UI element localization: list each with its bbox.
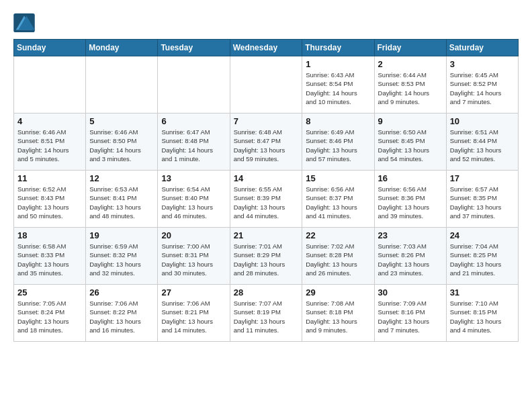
day-info: Sunrise: 6:44 AM Sunset: 8:53 PM Dayligh… — [378, 71, 443, 106]
day-info: Sunrise: 7:06 AM Sunset: 8:21 PM Dayligh… — [161, 299, 226, 334]
day-number: 1 — [306, 59, 370, 69]
day-info: Sunrise: 7:06 AM Sunset: 8:22 PM Dayligh… — [89, 299, 154, 334]
calendar-cell: 28Sunrise: 7:07 AM Sunset: 8:19 PM Dayli… — [230, 285, 302, 342]
day-number: 21 — [234, 230, 299, 240]
day-number: 14 — [234, 173, 299, 183]
day-info: Sunrise: 6:53 AM Sunset: 8:41 PM Dayligh… — [89, 185, 154, 220]
weekday-header-saturday: Saturday — [446, 40, 518, 56]
calendar-body: 1Sunrise: 6:43 AM Sunset: 8:54 PM Daylig… — [14, 56, 519, 342]
calendar-cell: 15Sunrise: 6:56 AM Sunset: 8:37 PM Dayli… — [302, 171, 374, 228]
day-number: 12 — [89, 173, 154, 183]
day-number: 2 — [378, 59, 443, 69]
calendar-cell: 4Sunrise: 6:46 AM Sunset: 8:51 PM Daylig… — [14, 113, 86, 171]
day-number: 20 — [161, 230, 226, 240]
calendar-cell: 23Sunrise: 7:03 AM Sunset: 8:26 PM Dayli… — [374, 228, 446, 285]
day-info: Sunrise: 7:04 AM Sunset: 8:25 PM Dayligh… — [450, 242, 515, 277]
calendar-cell: 27Sunrise: 7:06 AM Sunset: 8:21 PM Dayli… — [158, 285, 230, 342]
calendar-cell: 17Sunrise: 6:57 AM Sunset: 8:35 PM Dayli… — [446, 171, 518, 228]
calendar-cell: 5Sunrise: 6:46 AM Sunset: 8:50 PM Daylig… — [86, 113, 158, 171]
calendar-cell: 18Sunrise: 6:58 AM Sunset: 8:33 PM Dayli… — [14, 228, 86, 285]
day-number: 24 — [450, 230, 515, 240]
calendar-cell: 12Sunrise: 6:53 AM Sunset: 8:41 PM Dayli… — [86, 171, 158, 228]
day-number: 17 — [450, 173, 515, 183]
page: SundayMondayTuesdayWednesdayThursdayFrid… — [0, 0, 532, 349]
day-info: Sunrise: 6:57 AM Sunset: 8:35 PM Dayligh… — [450, 185, 515, 220]
calendar-cell: 6Sunrise: 6:47 AM Sunset: 8:48 PM Daylig… — [158, 113, 230, 171]
day-info: Sunrise: 7:10 AM Sunset: 8:15 PM Dayligh… — [450, 299, 515, 334]
day-number: 10 — [450, 116, 515, 126]
calendar-cell — [86, 56, 158, 113]
calendar-week-5: 25Sunrise: 7:05 AM Sunset: 8:24 PM Dayli… — [14, 285, 519, 342]
calendar-cell: 30Sunrise: 7:09 AM Sunset: 8:16 PM Dayli… — [374, 285, 446, 342]
day-info: Sunrise: 6:55 AM Sunset: 8:39 PM Dayligh… — [234, 185, 299, 220]
day-info: Sunrise: 6:49 AM Sunset: 8:46 PM Dayligh… — [306, 128, 370, 163]
day-info: Sunrise: 6:48 AM Sunset: 8:47 PM Dayligh… — [234, 128, 299, 163]
calendar-cell: 11Sunrise: 6:52 AM Sunset: 8:43 PM Dayli… — [14, 171, 86, 228]
day-info: Sunrise: 6:52 AM Sunset: 8:43 PM Dayligh… — [17, 185, 82, 220]
day-number: 25 — [17, 287, 82, 298]
day-info: Sunrise: 6:46 AM Sunset: 8:50 PM Dayligh… — [89, 128, 154, 163]
calendar-cell: 1Sunrise: 6:43 AM Sunset: 8:54 PM Daylig… — [302, 56, 374, 113]
day-number: 23 — [378, 230, 443, 240]
day-info: Sunrise: 6:50 AM Sunset: 8:45 PM Dayligh… — [378, 128, 443, 163]
day-info: Sunrise: 6:56 AM Sunset: 8:37 PM Dayligh… — [306, 185, 370, 220]
calendar-cell — [158, 56, 230, 113]
day-info: Sunrise: 6:59 AM Sunset: 8:32 PM Dayligh… — [89, 242, 154, 277]
calendar-cell — [230, 56, 302, 113]
weekday-header-wednesday: Wednesday — [230, 40, 302, 56]
day-info: Sunrise: 6:47 AM Sunset: 8:48 PM Dayligh… — [161, 128, 226, 163]
calendar-cell: 16Sunrise: 6:56 AM Sunset: 8:36 PM Dayli… — [374, 171, 446, 228]
day-info: Sunrise: 7:09 AM Sunset: 8:16 PM Dayligh… — [378, 299, 443, 334]
day-number: 13 — [161, 173, 226, 183]
day-number: 5 — [89, 116, 154, 126]
day-info: Sunrise: 6:56 AM Sunset: 8:36 PM Dayligh… — [378, 185, 443, 220]
day-number: 7 — [234, 116, 299, 126]
day-number: 11 — [17, 173, 82, 183]
day-number: 15 — [306, 173, 370, 183]
day-number: 19 — [89, 230, 154, 240]
calendar-cell: 2Sunrise: 6:44 AM Sunset: 8:53 PM Daylig… — [374, 56, 446, 113]
calendar-cell: 19Sunrise: 6:59 AM Sunset: 8:32 PM Dayli… — [86, 228, 158, 285]
calendar-cell: 25Sunrise: 7:05 AM Sunset: 8:24 PM Dayli… — [14, 285, 86, 342]
day-number: 28 — [234, 287, 299, 298]
calendar-cell: 24Sunrise: 7:04 AM Sunset: 8:25 PM Dayli… — [446, 228, 518, 285]
weekday-header-monday: Monday — [86, 40, 158, 56]
day-number: 6 — [161, 116, 226, 126]
day-number: 9 — [378, 116, 443, 126]
calendar-cell: 8Sunrise: 6:49 AM Sunset: 8:46 PM Daylig… — [302, 113, 374, 171]
day-number: 26 — [89, 287, 154, 298]
day-info: Sunrise: 6:51 AM Sunset: 8:44 PM Dayligh… — [450, 128, 515, 163]
header — [13, 13, 519, 32]
calendar-cell: 10Sunrise: 6:51 AM Sunset: 8:44 PM Dayli… — [446, 113, 518, 171]
calendar-cell: 20Sunrise: 7:00 AM Sunset: 8:31 PM Dayli… — [158, 228, 230, 285]
day-info: Sunrise: 7:03 AM Sunset: 8:26 PM Dayligh… — [378, 242, 443, 277]
day-info: Sunrise: 6:46 AM Sunset: 8:51 PM Dayligh… — [17, 128, 82, 163]
calendar-header: SundayMondayTuesdayWednesdayThursdayFrid… — [14, 40, 519, 56]
day-number: 8 — [306, 116, 370, 126]
calendar-cell: 22Sunrise: 7:02 AM Sunset: 8:28 PM Dayli… — [302, 228, 374, 285]
weekday-header-friday: Friday — [374, 40, 446, 56]
day-number: 4 — [17, 116, 82, 126]
calendar-cell: 13Sunrise: 6:54 AM Sunset: 8:40 PM Dayli… — [158, 171, 230, 228]
weekday-header-thursday: Thursday — [302, 40, 374, 56]
weekday-header-tuesday: Tuesday — [158, 40, 230, 56]
day-number: 30 — [378, 287, 443, 298]
day-number: 18 — [17, 230, 82, 240]
calendar-cell: 29Sunrise: 7:08 AM Sunset: 8:18 PM Dayli… — [302, 285, 374, 342]
weekday-header-row: SundayMondayTuesdayWednesdayThursdayFrid… — [14, 40, 519, 56]
calendar-cell: 7Sunrise: 6:48 AM Sunset: 8:47 PM Daylig… — [230, 113, 302, 171]
calendar-cell: 9Sunrise: 6:50 AM Sunset: 8:45 PM Daylig… — [374, 113, 446, 171]
day-number: 16 — [378, 173, 443, 183]
day-info: Sunrise: 7:05 AM Sunset: 8:24 PM Dayligh… — [17, 299, 82, 334]
day-info: Sunrise: 7:02 AM Sunset: 8:28 PM Dayligh… — [306, 242, 370, 277]
logo — [13, 13, 38, 32]
calendar-week-2: 4Sunrise: 6:46 AM Sunset: 8:51 PM Daylig… — [14, 113, 519, 171]
day-number: 29 — [306, 287, 370, 298]
calendar-cell: 26Sunrise: 7:06 AM Sunset: 8:22 PM Dayli… — [86, 285, 158, 342]
day-info: Sunrise: 7:08 AM Sunset: 8:18 PM Dayligh… — [306, 299, 370, 334]
logo-icon — [13, 13, 35, 32]
day-info: Sunrise: 7:01 AM Sunset: 8:29 PM Dayligh… — [234, 242, 299, 277]
calendar-cell: 21Sunrise: 7:01 AM Sunset: 8:29 PM Dayli… — [230, 228, 302, 285]
day-info: Sunrise: 6:58 AM Sunset: 8:33 PM Dayligh… — [17, 242, 82, 277]
calendar-week-4: 18Sunrise: 6:58 AM Sunset: 8:33 PM Dayli… — [14, 228, 519, 285]
